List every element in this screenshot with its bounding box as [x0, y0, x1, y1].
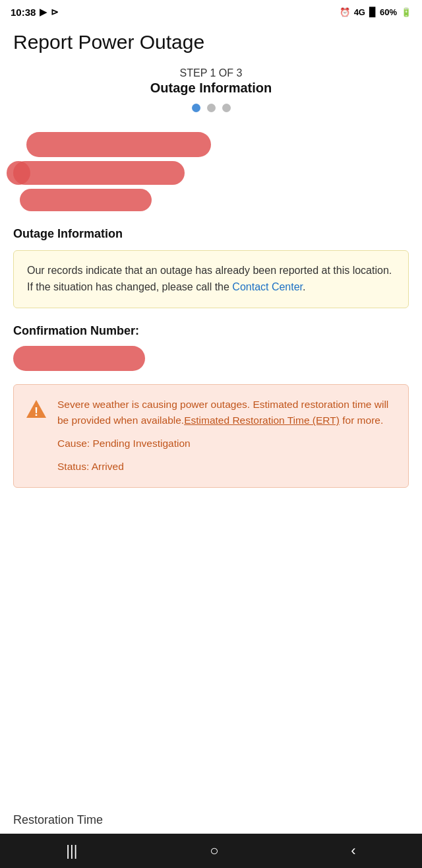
page-title: Report Power Outage	[0, 24, 422, 67]
back-icon: ‹	[351, 842, 355, 859]
info-box-text-after: .	[303, 281, 305, 292]
main-content: STEP 1 OF 3 Outage Information Outage In…	[0, 67, 422, 813]
contact-center-link[interactable]: Contact Center	[232, 281, 303, 292]
redacted-blob-2	[13, 161, 185, 185]
redacted-map-area	[13, 125, 237, 211]
step-dot-3	[222, 104, 231, 112]
time-display: 10:38	[11, 7, 36, 18]
status-icons-area: ⏰ 4G ▉ 60% 🔋	[340, 7, 411, 17]
restoration-time-label: Restoration Time	[13, 813, 409, 827]
nav-home-button[interactable]: ○	[194, 837, 234, 865]
step-title: Outage Information	[13, 81, 409, 96]
nav-recents-button[interactable]: |||	[50, 837, 93, 865]
redacted-confirmation-number	[13, 346, 145, 371]
info-box-text-before: Our records indicate that an outage has …	[27, 265, 392, 292]
warning-icon: !	[24, 398, 48, 422]
status-bar: 10:38 ▶ ⊳ ⏰ 4G ▉ 60% 🔋	[0, 0, 422, 24]
outage-section-heading: Outage Information	[13, 227, 409, 241]
step-label: STEP 1 OF 3	[13, 67, 409, 79]
screen-record-icon: ▶	[40, 7, 47, 17]
battery-icon: 🔋	[401, 7, 411, 17]
home-icon: ○	[210, 842, 218, 859]
status-time-area: 10:38 ▶ ⊳	[11, 7, 59, 18]
ert-link[interactable]: Estimated Restoration Time (ERT)	[184, 415, 340, 426]
step-dots	[13, 104, 409, 112]
recents-icon: |||	[66, 842, 77, 859]
step-dot-2	[207, 104, 216, 112]
step-indicator: STEP 1 OF 3 Outage Information	[13, 67, 409, 96]
confirmation-label: Confirmation Number:	[13, 324, 409, 338]
alarm-icon: ⏰	[340, 7, 350, 17]
step-dot-1	[192, 104, 200, 112]
signal-bars-icon: ▉	[369, 7, 376, 17]
info-box: Our records indicate that an outage has …	[13, 250, 409, 308]
alert-main-text-after: for more.	[340, 415, 383, 426]
nav-bar: ||| ○ ‹	[0, 834, 422, 868]
signal-label: 4G	[354, 7, 365, 17]
alert-cause: Cause: Pending Investigation	[57, 436, 395, 452]
cast-icon: ⊳	[51, 7, 59, 17]
nav-back-button[interactable]: ‹	[335, 837, 371, 865]
battery-label: 60%	[380, 7, 397, 17]
svg-text:!: !	[34, 405, 38, 418]
restoration-time-section: Restoration Time	[0, 813, 422, 827]
alert-box: ! Severe weather is causing power outage…	[13, 384, 409, 488]
alert-status: Status: Arrived	[57, 459, 395, 475]
redacted-blob-3	[20, 189, 152, 211]
redacted-blob-1	[26, 132, 211, 157]
alert-content: Severe weather is causing power outages.…	[57, 397, 395, 475]
